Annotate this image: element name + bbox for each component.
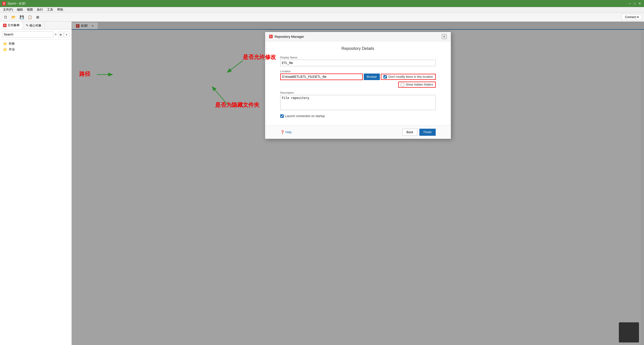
- dont-modify-checkbox[interactable]: [383, 75, 387, 79]
- modal-body: Repository Details Display Name Location…: [265, 41, 451, 125]
- modal-close-btn[interactable]: ✕: [442, 34, 447, 39]
- title-bar: S Spoon - 欢迎! ─ □ ✕: [0, 0, 644, 7]
- tab-main-objects[interactable]: S 主对象树: [0, 22, 23, 29]
- modal-icon: S: [269, 35, 273, 38]
- grid-view-btn[interactable]: ⊞: [58, 32, 63, 37]
- launch-startup-checkbox[interactable]: [280, 114, 284, 118]
- tree-area: 📁 转换 📁 作业: [0, 40, 71, 345]
- close-btn[interactable]: ✕: [637, 1, 642, 6]
- toolbar-layers-btn[interactable]: ⊞: [34, 14, 41, 21]
- search-area: ✕ ⊞ ≡: [0, 29, 71, 40]
- connect-button[interactable]: Connect ▾: [622, 14, 642, 20]
- dont-modify-container: Don't modify items in this location: [381, 74, 436, 80]
- description-label: Description: [280, 91, 436, 94]
- modal-title-bar-left: S Repository Manager: [269, 35, 304, 39]
- tab-main-objects-label: 主对象树: [8, 23, 20, 27]
- location-row: Browse Don't modify items in this locati…: [280, 74, 436, 80]
- description-group: Description File repository: [280, 91, 436, 111]
- modal-footer: ❓ Help Back Finish: [265, 125, 451, 139]
- help-icon: ❓: [280, 130, 285, 134]
- tab-core-objects[interactable]: ✎ 核心对象: [23, 22, 45, 29]
- title-bar-left: S Spoon - 欢迎!: [2, 2, 26, 6]
- menu-tools[interactable]: 工具: [45, 7, 55, 12]
- menu-bar: 文件(F) 编辑 视图 执行 工具 帮助: [0, 7, 644, 13]
- browse-button[interactable]: Browse: [364, 74, 380, 80]
- modal-title-bar: S Repository Manager ✕: [265, 32, 451, 41]
- menu-file[interactable]: 文件(F): [1, 7, 15, 12]
- menu-edit[interactable]: 编辑: [15, 7, 25, 12]
- dont-modify-label: Don't modify items in this location: [388, 75, 433, 79]
- help-label: Help: [286, 130, 292, 134]
- minimize-btn[interactable]: ─: [627, 1, 632, 6]
- content-area: S 欢迎! ✕ S Repository Manager ✕ Repositor…: [72, 22, 644, 345]
- tree-item-job[interactable]: 📁 作业: [1, 47, 70, 52]
- toolbar-new-btn[interactable]: 🗋: [2, 14, 9, 21]
- app-icon: S: [2, 2, 6, 6]
- toolbar-open-btn[interactable]: 📂: [10, 14, 17, 21]
- launch-startup-label: Launch connection on startup: [285, 114, 325, 118]
- show-hidden-container: Show hidden folders: [398, 82, 436, 88]
- main-objects-icon: S: [3, 24, 7, 27]
- menu-run[interactable]: 执行: [35, 7, 45, 12]
- search-clear-btn[interactable]: ✕: [54, 33, 57, 36]
- location-group: Location Browse Don't modify items in th…: [280, 70, 436, 88]
- repository-manager-modal: S Repository Manager ✕ Repository Detail…: [265, 32, 451, 139]
- display-name-label: Display Name: [280, 56, 436, 59]
- footer-buttons: Back Finish: [402, 129, 436, 136]
- description-textarea[interactable]: File repository: [280, 95, 436, 110]
- tab-core-objects-label: 核心对象: [29, 23, 42, 28]
- show-hidden-label: Show hidden folders: [406, 83, 433, 86]
- modal-overlay: S Repository Manager ✕ Repository Detail…: [72, 22, 644, 345]
- tree-item-transform[interactable]: 📁 转换: [1, 41, 70, 47]
- main-layout: S 主对象树 ✎ 核心对象 ✕ ⊞ ≡ 📁 转换 📁: [0, 22, 644, 345]
- modal-heading: Repository Details: [280, 46, 436, 51]
- folder-icon-job: 📁: [3, 48, 7, 52]
- modal-title: Repository Manager: [275, 35, 304, 39]
- title-bar-controls: ─ □ ✕: [627, 1, 642, 6]
- launch-startup-row: Launch connection on startup: [280, 114, 436, 118]
- display-name-group: Display Name: [280, 56, 436, 66]
- display-name-input[interactable]: [280, 60, 436, 66]
- list-view-btn[interactable]: ≡: [64, 32, 69, 37]
- app-title: Spoon - 欢迎!: [8, 2, 26, 6]
- core-objects-icon: ✎: [26, 24, 28, 27]
- left-tab-bar: S 主对象树 ✎ 核心对象: [0, 22, 71, 29]
- connect-arrow: ▾: [637, 15, 639, 19]
- connect-label: Connect: [625, 15, 636, 19]
- location-input[interactable]: [280, 74, 363, 80]
- folder-icon-transform: 📁: [3, 42, 7, 46]
- show-hidden-checkbox[interactable]: [401, 83, 404, 86]
- help-link[interactable]: ❓ Help: [280, 130, 292, 134]
- maximize-btn[interactable]: □: [632, 1, 637, 6]
- menu-view[interactable]: 视图: [25, 7, 35, 12]
- tree-item-transform-label: 转换: [9, 42, 15, 46]
- finish-button[interactable]: Finish: [419, 129, 435, 136]
- location-label: Location: [280, 70, 436, 73]
- search-input[interactable]: [2, 31, 53, 38]
- left-panel: S 主对象树 ✎ 核心对象 ✕ ⊞ ≡ 📁 转换 📁: [0, 22, 72, 345]
- menu-help[interactable]: 帮助: [55, 7, 65, 12]
- toolbar-saveas-btn[interactable]: 📋: [26, 14, 33, 21]
- back-button[interactable]: Back: [402, 129, 418, 136]
- app-icon-label: S: [3, 2, 5, 5]
- view-toggle: ⊞ ≡: [58, 32, 69, 37]
- tree-item-job-label: 作业: [9, 47, 15, 52]
- toolbar-save-btn[interactable]: 💾: [18, 14, 25, 21]
- toolbar: 🗋 📂 💾 📋 ⊞ Connect ▾: [0, 13, 644, 22]
